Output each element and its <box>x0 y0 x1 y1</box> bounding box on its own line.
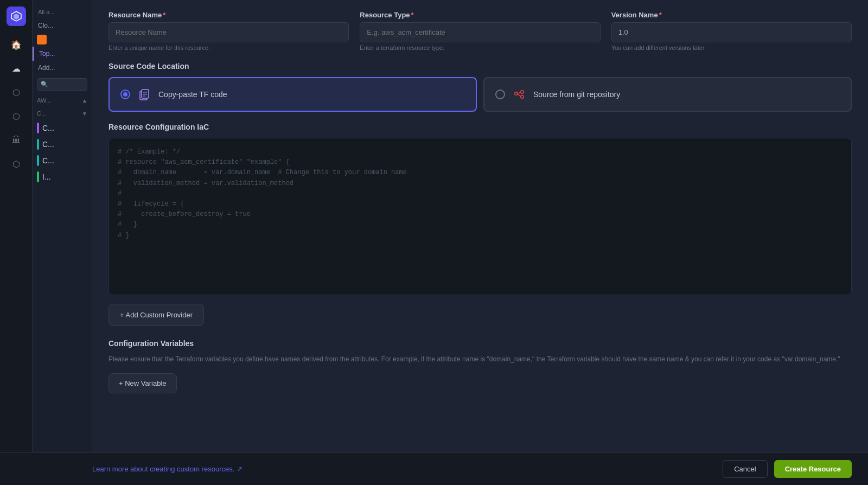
copy-paste-icon <box>137 87 152 102</box>
list-item-2[interactable]: C... <box>33 136 92 152</box>
all-apps-label: All a... <box>33 5 92 18</box>
version-name-label: Version Name* <box>611 11 852 19</box>
resource-name-group: Resource Name* Enter a unique name for t… <box>108 11 349 51</box>
create-resource-button[interactable]: Create Resource <box>774 460 852 478</box>
git-icon <box>512 87 527 102</box>
resource-type-label: Resource Type* <box>360 11 600 19</box>
version-name-required: * <box>659 11 662 19</box>
code-editor[interactable]: # /* Example: */ # resource "aws_acm_cer… <box>108 138 852 295</box>
purple-bar <box>37 123 39 133</box>
list-item-4[interactable]: I... <box>33 169 92 185</box>
list-label-3: C... <box>42 156 54 165</box>
version-name-input[interactable] <box>611 22 852 42</box>
git-repo-option[interactable]: Source from git repository <box>483 77 852 112</box>
cancel-button[interactable]: Cancel <box>723 460 767 478</box>
copy-paste-radio <box>120 90 130 99</box>
new-variable-button[interactable]: + New Variable <box>108 373 177 393</box>
list-label-1: C... <box>42 124 54 132</box>
c-section-header[interactable]: C... ▼ <box>33 107 92 120</box>
left-panel: All a... Clo... Top... Add... 🔍 AW... ▲ … <box>33 0 92 485</box>
version-name-group: Version Name* You can add different vers… <box>611 11 852 51</box>
add-custom-provider-button[interactable]: + Add Custom Provider <box>108 304 204 326</box>
git-repo-radio <box>495 90 505 99</box>
sidebar-hex-icon[interactable]: ⬡ <box>7 154 26 174</box>
git-repo-label: Source from git repository <box>533 90 620 99</box>
svg-rect-9 <box>521 95 524 98</box>
sidebar-layers-icon[interactable]: ⬡ <box>7 82 26 102</box>
aws-section-header: AW... ▲ <box>33 94 92 107</box>
cloud-nav-item[interactable]: Clo... <box>33 18 92 33</box>
list-item-1[interactable]: C... <box>33 120 92 136</box>
config-vars-description: Please ensure that the Terraform variabl… <box>108 354 852 365</box>
code-line-1: # /* Example: */ # resource "aws_acm_cer… <box>118 148 407 239</box>
learn-more-link[interactable]: Learn more about creating custom resourc… <box>92 465 242 473</box>
chevron-up-icon: ▲ <box>82 98 87 104</box>
external-link-icon: ↗ <box>237 465 242 473</box>
svg-rect-7 <box>515 92 518 95</box>
main-content: Resource Name* Enter a unique name for t… <box>92 0 868 485</box>
version-name-hint: You can add different versions later. <box>611 44 852 51</box>
resource-type-required: * <box>411 11 414 19</box>
aws-label: AW... <box>37 97 51 104</box>
copy-paste-option[interactable]: Copy-paste TF code <box>108 77 477 112</box>
app-logo[interactable] <box>7 7 26 26</box>
sidebar: 🏠 ☁ ⬡ ⬡ 🏛 ⬡ J <box>0 0 33 485</box>
resource-name-required: * <box>163 11 165 19</box>
search-icon: 🔍 <box>41 81 48 88</box>
resource-name-label: Resource Name* <box>108 11 349 19</box>
learn-more-text: Learn more about creating custom resourc… <box>92 465 234 473</box>
top-nav-item[interactable]: Top... <box>33 47 92 61</box>
source-options: Copy-paste TF code Source from git repos… <box>108 77 852 112</box>
orange-badge <box>37 35 47 44</box>
list-label-4: I... <box>42 173 51 181</box>
svg-line-11 <box>518 94 521 97</box>
resource-name-input[interactable] <box>108 22 349 42</box>
c-section-label: C... <box>37 110 46 117</box>
sidebar-bank-icon[interactable]: 🏛 <box>7 130 26 150</box>
form-row-top: Resource Name* Enter a unique name for t… <box>108 11 852 51</box>
resource-type-hint: Enter a terraform resource type. <box>360 44 600 51</box>
chevron-down-icon: ▼ <box>82 111 87 117</box>
svg-line-10 <box>518 92 521 94</box>
search-bar[interactable]: 🔍 <box>37 78 87 91</box>
teal-bar-1 <box>37 139 39 150</box>
sidebar-home-icon[interactable]: 🏠 <box>7 35 26 54</box>
svg-rect-3 <box>142 90 149 98</box>
source-code-section-title: Source Code Location <box>108 62 852 71</box>
config-vars-title: Configuration Variables <box>108 339 852 348</box>
iac-section-title: Resource Configuration IaC <box>108 123 852 131</box>
bottom-bar: Learn more about creating custom resourc… <box>0 452 868 485</box>
add-nav-item[interactable]: Add... <box>33 61 92 75</box>
sidebar-cloud-icon[interactable]: ☁ <box>7 59 26 78</box>
green-bar <box>37 171 39 182</box>
bottom-actions: Cancel Create Resource <box>723 460 852 478</box>
resource-type-group: Resource Type* Enter a terraform resourc… <box>360 11 600 51</box>
svg-rect-8 <box>521 91 524 93</box>
config-vars-section: Configuration Variables Please ensure th… <box>108 339 852 393</box>
svg-marker-1 <box>14 14 19 20</box>
copy-paste-label: Copy-paste TF code <box>158 90 227 99</box>
sidebar-stack-icon[interactable]: ⬡ <box>7 106 26 126</box>
list-label-2: C... <box>42 140 54 149</box>
resource-type-input[interactable] <box>360 22 600 42</box>
list-item-3[interactable]: C... <box>33 152 92 169</box>
resource-name-hint: Enter a unique name for this resource. <box>108 44 349 51</box>
teal-bar-2 <box>37 155 39 166</box>
